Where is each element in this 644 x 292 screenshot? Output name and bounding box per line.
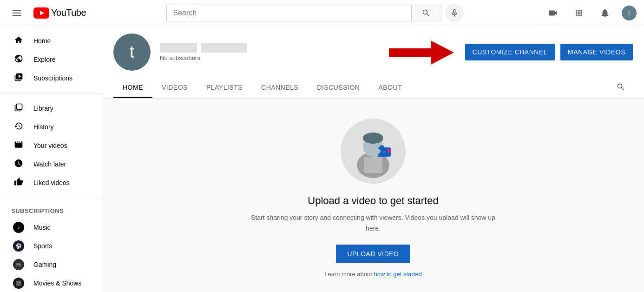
- topbar-left: YouTube: [7, 4, 86, 22]
- tab-videos[interactable]: VIDEOS: [152, 78, 197, 98]
- explore-icon: [13, 54, 24, 66]
- sidebar-watch-later-label: Watch later: [33, 160, 66, 168]
- empty-state: Upload a video to get started Start shar…: [234, 100, 513, 292]
- learn-more-link[interactable]: how to get started: [374, 271, 421, 278]
- empty-state-title: Upload a video to get started: [243, 195, 503, 207]
- apps-button[interactable]: [570, 4, 588, 22]
- sidebar: Home Explore Subscriptions Lib: [0, 26, 102, 292]
- sidebar-item-sports[interactable]: ⚽ Sports: [2, 237, 100, 255]
- sidebar-item-gaming[interactable]: 🎮 Gaming: [2, 255, 100, 274]
- tab-home[interactable]: HOME: [113, 78, 152, 98]
- svg-rect-2: [13, 15, 21, 16]
- library-icon: [13, 103, 24, 114]
- subscriptions-icon: [13, 73, 24, 84]
- sidebar-item-movies-shows[interactable]: 🎬 Movies & Shows: [2, 274, 100, 292]
- channel-name-block-1: [160, 43, 197, 53]
- layout: Home Explore Subscriptions Lib: [0, 26, 644, 292]
- channel-avatar: t: [113, 33, 151, 71]
- channel-search-icon[interactable]: [609, 79, 633, 98]
- sidebar-item-watch-later[interactable]: Watch later: [2, 155, 100, 173]
- sidebar-history-label: History: [33, 123, 54, 131]
- channel-name: [160, 43, 380, 53]
- sidebar-item-library[interactable]: Library: [2, 99, 100, 118]
- sidebar-item-music[interactable]: ♪ Music: [2, 218, 100, 237]
- sidebar-library-label: Library: [33, 105, 53, 112]
- user-avatar-button[interactable]: t: [622, 6, 637, 20]
- tab-discussion[interactable]: DISCUSSION: [308, 78, 369, 98]
- sidebar-movies-shows-label: Movies & Shows: [33, 279, 81, 287]
- sidebar-item-history[interactable]: History: [2, 118, 100, 136]
- tab-playlists[interactable]: PLAYLISTS: [197, 78, 252, 98]
- sidebar-music-label: Music: [33, 224, 51, 231]
- sidebar-item-your-videos[interactable]: Your videos: [2, 136, 100, 155]
- customize-channel-button[interactable]: CUSTOMIZE CHANNEL: [465, 44, 555, 60]
- search-input[interactable]: [167, 5, 411, 21]
- gaming-subscription-icon: 🎮: [13, 259, 24, 270]
- upload-video-button[interactable]: UPLOAD VIDEO: [336, 245, 410, 263]
- main-content: t No subscribers: [102, 26, 644, 292]
- svg-rect-15: [387, 149, 391, 153]
- svg-point-10: [363, 133, 383, 144]
- sidebar-sports-label: Sports: [33, 242, 52, 250]
- channel-meta: No subscribers: [160, 43, 380, 61]
- sidebar-item-subscriptions[interactable]: Subscriptions: [2, 69, 100, 87]
- sidebar-home-label: Home: [33, 37, 51, 45]
- channel-name-block-2: [201, 43, 247, 53]
- sidebar-item-home[interactable]: Home: [2, 32, 100, 50]
- sidebar-item-explore[interactable]: Explore: [2, 50, 100, 69]
- svg-marker-6: [431, 40, 454, 65]
- sidebar-subscriptions-section: SUBSCRIPTIONS ♪ Music ⚽ Sports 🎮 Gaming: [0, 204, 102, 292]
- history-icon: [13, 121, 24, 133]
- music-subscription-icon: ♪: [13, 222, 24, 233]
- hamburger-button[interactable]: [7, 4, 26, 22]
- svg-rect-1: [13, 13, 21, 13]
- tab-about[interactable]: ABOUT: [369, 78, 411, 98]
- search-bar: [166, 5, 441, 21]
- sidebar-subscriptions-label: Subscriptions: [33, 74, 72, 82]
- channel-tabs: HOME VIDEOS PLAYLISTS CHANNELS DISCUSSIO…: [113, 78, 633, 98]
- red-arrow-icon: [389, 38, 454, 66]
- youtube-logo[interactable]: YouTube: [33, 7, 86, 19]
- sports-subscription-icon: ⚽: [13, 240, 24, 252]
- sidebar-your-videos-label: Your videos: [33, 142, 67, 149]
- sidebar-library-section: Library History Your videos Watch later: [0, 99, 102, 192]
- youtube-logo-text: YouTube: [51, 7, 86, 18]
- empty-state-subtitle: Start sharing your story and connecting …: [243, 212, 503, 233]
- svg-rect-12: [380, 146, 384, 148]
- movies-shows-subscription-icon: 🎬: [13, 278, 24, 289]
- svg-rect-5: [389, 48, 435, 57]
- watch-later-icon: [13, 159, 24, 170]
- upload-illustration: [341, 119, 406, 184]
- channel-info: t No subscribers: [113, 33, 633, 78]
- svg-point-14: [382, 150, 386, 154]
- channel-subscriber-count: No subscribers: [160, 54, 380, 61]
- tab-channels[interactable]: CHANNELS: [252, 78, 308, 98]
- channel-body: Upload a video to get started Start shar…: [102, 99, 644, 292]
- liked-videos-icon: [13, 177, 24, 189]
- sidebar-divider-1: [0, 93, 102, 93]
- topbar-right: t: [544, 4, 637, 22]
- notifications-button[interactable]: [596, 4, 614, 22]
- subscriptions-section-title: SUBSCRIPTIONS: [0, 204, 102, 218]
- your-videos-icon: [13, 140, 24, 152]
- channel-header: t No subscribers: [102, 26, 644, 99]
- channel-actions: CUSTOMIZE CHANNEL MANAGE VIDEOS: [389, 38, 633, 66]
- sidebar-nav-section: Home Explore Subscriptions: [0, 32, 102, 87]
- manage-videos-button[interactable]: MANAGE VIDEOS: [560, 44, 633, 60]
- topbar: YouTube: [0, 0, 644, 26]
- camera-person-svg: [345, 123, 401, 179]
- learn-more-prefix: Learn more about: [324, 271, 374, 278]
- illustration-circle: [341, 119, 406, 184]
- search-button[interactable]: [411, 5, 441, 21]
- topbar-center: [166, 4, 464, 22]
- svg-rect-0: [13, 10, 21, 11]
- sidebar-divider-2: [0, 198, 102, 198]
- sidebar-liked-videos-label: Liked videos: [33, 179, 70, 186]
- sidebar-explore-label: Explore: [33, 56, 55, 63]
- learn-more-text: Learn more about how to get started: [243, 271, 503, 278]
- sidebar-gaming-label: Gaming: [33, 261, 56, 268]
- sidebar-item-liked-videos[interactable]: Liked videos: [2, 173, 100, 192]
- microphone-button[interactable]: [445, 4, 464, 22]
- arrow-container: [389, 38, 454, 66]
- video-camera-button[interactable]: [544, 4, 562, 22]
